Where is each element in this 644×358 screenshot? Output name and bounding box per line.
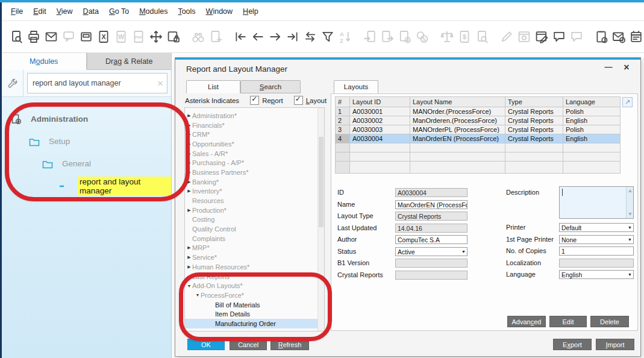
- tab-list[interactable]: List: [186, 80, 240, 93]
- last-record-icon[interactable]: [286, 30, 300, 44]
- table-cell[interactable]: [505, 162, 563, 174]
- category-sales-a-r-[interactable]: ▶Sales - A/R*: [185, 149, 319, 159]
- table-row[interactable]: 4A0030004ManOrderEN (ProcessForce)Crysta…: [336, 134, 621, 143]
- dropdown-arrow-icon[interactable]: ▼: [628, 225, 632, 230]
- table-cell[interactable]: ManOrderEN (ProcessForce): [410, 134, 505, 143]
- table-cell[interactable]: Crystal Reports: [505, 107, 563, 116]
- menu-item-go-to[interactable]: Go To: [109, 7, 129, 16]
- tree-scrollbar-thumb[interactable]: [319, 137, 324, 227]
- dropdown-arrow-icon[interactable]: ▼: [628, 237, 632, 242]
- dropdown-arrow-icon[interactable]: ▼: [628, 272, 632, 277]
- table-cell[interactable]: [336, 152, 350, 162]
- chevron-right-icon[interactable]: ▶: [186, 255, 192, 260]
- close-icon[interactable]: ×: [621, 63, 632, 74]
- table-row[interactable]: 3A0030003MANOrderPL (ProcessForce)Crysta…: [336, 125, 621, 134]
- sidebar-tree-item[interactable]: report and layout manager: [2, 175, 171, 197]
- category-financials-[interactable]: ▶Financials*: [185, 121, 319, 130]
- category-production-[interactable]: ▶Production*: [185, 206, 319, 215]
- table-cell[interactable]: MANOrder.(ProcessForce): [410, 107, 505, 116]
- category-processforce-[interactable]: ▼ProcessForce*: [185, 290, 325, 300]
- lock-screen-icon[interactable]: [166, 30, 181, 44]
- table-cell[interactable]: A0030004: [350, 134, 410, 143]
- next-record-icon[interactable]: [268, 30, 283, 44]
- table-row[interactable]: 2A0030002ManOrderen.(ProcessForce)Crysta…: [336, 116, 621, 125]
- table-cell[interactable]: 1: [336, 107, 350, 116]
- column-header-type[interactable]: Type: [505, 97, 563, 107]
- dropdown-arrow-icon[interactable]: ▼: [461, 250, 466, 254]
- description-textarea[interactable]: [559, 186, 634, 219]
- print-icon[interactable]: [27, 30, 41, 44]
- field-printer[interactable]: Default▼: [559, 223, 634, 232]
- menu-item-help[interactable]: Help: [243, 7, 258, 16]
- category-administration-[interactable]: ▶Administration*: [185, 111, 319, 121]
- category-complaints[interactable]: Complaints: [185, 234, 319, 243]
- table-cell[interactable]: Crystal Reports: [505, 125, 563, 134]
- table-cell[interactable]: [350, 143, 410, 152]
- category-human-resources-[interactable]: ▶Human Resources*: [185, 262, 319, 272]
- tab-search[interactable]: Search: [240, 80, 301, 93]
- column-header-language[interactable]: Language: [563, 97, 621, 107]
- sidebar-tree-item[interactable]: Setup: [2, 130, 171, 152]
- export-excel-icon[interactable]: X: [96, 30, 111, 44]
- menu-item-view[interactable]: View: [57, 7, 73, 16]
- chevron-down-icon[interactable]: ▼: [186, 284, 192, 288]
- mail-alert-icon[interactable]: !: [611, 30, 626, 44]
- delete-button[interactable]: Delete: [590, 316, 629, 327]
- category-service-[interactable]: ▶Service*: [185, 253, 319, 262]
- column-header-num[interactable]: #: [336, 97, 350, 107]
- table-cell[interactable]: Polish: [563, 125, 621, 134]
- menu-item-data[interactable]: Data: [83, 7, 99, 16]
- chevron-right-icon[interactable]: ▶: [186, 189, 192, 193]
- scroll-down-icon[interactable]: [628, 213, 632, 216]
- customize-wrench-icon[interactable]: [2, 70, 23, 96]
- table-cell[interactable]: Crystal Reports: [505, 116, 563, 125]
- sidebar-tree-item[interactable]: General: [2, 152, 171, 175]
- category-inventory-[interactable]: ▶Inventory*: [185, 187, 319, 196]
- table-cell[interactable]: A0030002: [350, 116, 410, 125]
- table-cell[interactable]: [410, 162, 505, 174]
- category-add-on-layouts-[interactable]: ▼Add-On Layouts*: [185, 281, 319, 290]
- checkbox-report[interactable]: [250, 96, 259, 105]
- table-row-empty[interactable]: [336, 152, 621, 162]
- alerts-icon[interactable]: !: [594, 30, 608, 44]
- chevron-right-icon[interactable]: ▶: [186, 123, 192, 128]
- table-cell[interactable]: ManOrderen.(ProcessForce): [410, 116, 505, 125]
- table-cell[interactable]: [336, 143, 350, 152]
- chevron-right-icon[interactable]: ▶: [186, 142, 192, 146]
- chevron-down-icon[interactable]: ▼: [195, 293, 201, 297]
- advanced-button[interactable]: Advanced: [507, 316, 546, 327]
- search-input[interactable]: [31, 78, 155, 88]
- field-no-of-copies[interactable]: 1: [559, 247, 634, 256]
- chevron-right-icon[interactable]: ▶: [186, 160, 192, 165]
- menu-item-file[interactable]: File: [11, 7, 23, 16]
- menu-item-modules[interactable]: Modules: [139, 7, 167, 16]
- table-cell[interactable]: Polish: [563, 107, 621, 116]
- table-cell[interactable]: English: [563, 134, 621, 143]
- ok-button[interactable]: OK: [187, 339, 225, 350]
- table-cell[interactable]: 3: [336, 125, 350, 134]
- menu-item-edit[interactable]: Edit: [33, 7, 46, 16]
- table-cell[interactable]: [336, 162, 350, 174]
- chevron-right-icon[interactable]: ▶: [186, 113, 192, 118]
- column-header-layout-id[interactable]: Layout ID: [350, 97, 410, 107]
- minimize-icon[interactable]: —: [603, 61, 614, 72]
- sidebar-tree-item[interactable]: Administration: [2, 108, 171, 130]
- category-costing[interactable]: Costing: [185, 215, 319, 225]
- menu-item-tools[interactable]: Tools: [178, 7, 195, 16]
- print-preview-icon[interactable]: [9, 30, 23, 44]
- category-opportunities-[interactable]: ▶Opportunities*: [185, 139, 319, 149]
- category-item-details[interactable]: Item Details: [185, 309, 325, 319]
- textarea-scrollbar[interactable]: [626, 187, 633, 218]
- chevron-right-icon[interactable]: ▶: [186, 265, 192, 269]
- email-icon[interactable]: [44, 30, 58, 44]
- table-row-empty[interactable]: [336, 143, 621, 152]
- chevron-right-icon[interactable]: ▶: [186, 208, 192, 213]
- column-header-layout-name[interactable]: Layout Name: [410, 97, 505, 107]
- category-business-partners-[interactable]: ▶Business Partners*: [185, 168, 319, 177]
- table-cell[interactable]: [505, 143, 563, 152]
- table-cell[interactable]: A0030001: [350, 107, 410, 116]
- category-mrp-[interactable]: ▶MRP*: [185, 243, 319, 253]
- category-purchasing-a-p-[interactable]: ▶Purchasing - A/P*: [185, 158, 319, 168]
- edit-button[interactable]: Edit: [549, 316, 587, 327]
- module-search-box[interactable]: ×: [27, 73, 167, 93]
